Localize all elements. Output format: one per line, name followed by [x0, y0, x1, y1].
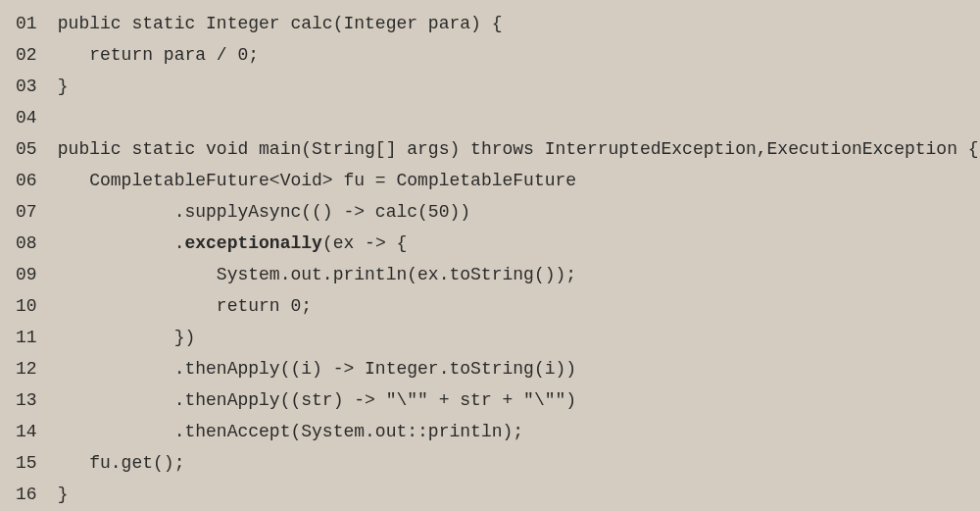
code-line: 10 return 0;: [16, 290, 964, 322]
code-text: }: [58, 77, 69, 96]
line-number: 15: [16, 447, 47, 479]
code-text: return 0;: [217, 296, 312, 316]
code-text: return para / 0;: [89, 45, 259, 65]
code-text: System.out.println(ex.toString());: [217, 265, 576, 284]
code-line: 08 .exceptionally(ex -> {: [16, 228, 964, 259]
code-text: exceptionally: [184, 233, 321, 253]
code-line: 09 System.out.println(ex.toString());: [16, 259, 964, 290]
code-line: 13 .thenApply((str) -> "\"" + str + "\""…: [16, 384, 964, 416]
code-line: 01 public static Integer calc(Integer pa…: [16, 8, 964, 39]
line-number: 06: [16, 165, 47, 196]
code-line: 07 .supplyAsync(() -> calc(50)): [16, 196, 964, 228]
code-text: }: [58, 485, 69, 504]
code-text: .thenAccept(System.out::println);: [174, 422, 523, 441]
line-number: 07: [16, 196, 47, 228]
line-number: 16: [16, 479, 47, 510]
line-number: 11: [16, 322, 47, 353]
line-number: 02: [16, 39, 47, 71]
line-number: 03: [16, 71, 47, 102]
code-block: 01 public static Integer calc(Integer pa…: [16, 8, 964, 510]
code-line: 15 fu.get();: [16, 447, 964, 479]
line-number: 10: [16, 290, 47, 322]
code-line: 16 }: [16, 479, 964, 510]
line-number: 12: [16, 353, 47, 384]
line-number: 04: [16, 102, 47, 133]
code-line: 02 return para / 0;: [16, 39, 964, 71]
code-text: .: [174, 233, 185, 253]
code-line: 11 }): [16, 322, 964, 353]
code-text: CompletableFuture<Void> fu = Completable…: [89, 171, 576, 190]
code-text: (ex -> {: [322, 233, 407, 253]
line-number: 08: [16, 228, 47, 259]
code-line: 03 }: [16, 71, 964, 102]
line-number: 05: [16, 133, 47, 165]
code-line: 04: [16, 102, 964, 133]
code-text: .thenApply((str) -> "\"" + str + "\""): [174, 390, 576, 410]
code-line: 05 public static void main(String[] args…: [16, 133, 964, 165]
code-line: 14 .thenAccept(System.out::println);: [16, 416, 964, 447]
code-text: public static void main(String[] args) t…: [58, 139, 979, 159]
code-text: public static Integer calc(Integer para)…: [58, 14, 503, 33]
code-text: }): [174, 328, 196, 347]
code-text: .supplyAsync(() -> calc(50)): [174, 202, 470, 222]
code-line: 12 .thenApply((i) -> Integer.toString(i)…: [16, 353, 964, 384]
code-line: 06 CompletableFuture<Void> fu = Completa…: [16, 165, 964, 196]
line-number: 13: [16, 384, 47, 416]
line-number: 09: [16, 259, 47, 290]
line-number: 01: [16, 8, 47, 39]
code-text: fu.get();: [89, 453, 184, 473]
line-number: 14: [16, 416, 47, 447]
code-text: .thenApply((i) -> Integer.toString(i)): [174, 359, 576, 379]
